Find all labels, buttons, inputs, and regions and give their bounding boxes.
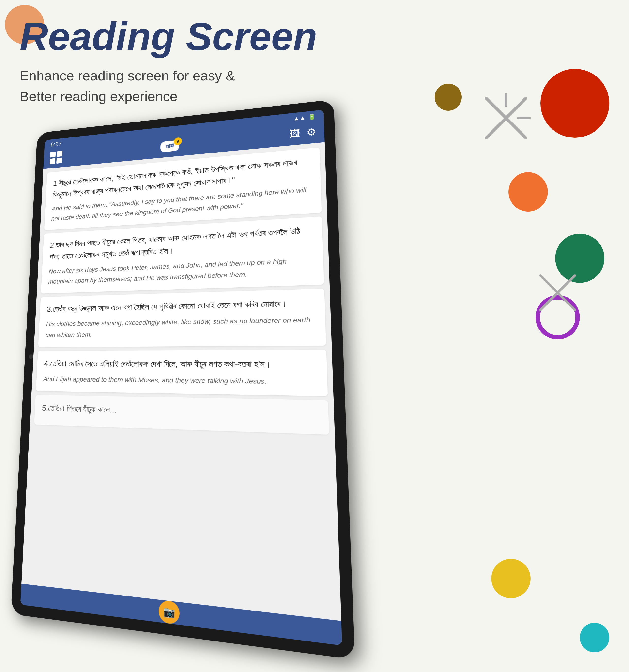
verse-3-assamese: 3.তেওঁৰ বস্ত্ৰ উজ্জ্বল আৰু এনে বগা হৈছিল… <box>47 296 316 315</box>
deco-teal <box>580 623 609 652</box>
verse-card-4: 4.তেতিয়া মোচিৰ সৈতে এলিয়াই তেওঁলোকক দে… <box>36 350 328 396</box>
app-bar-left <box>50 151 63 164</box>
deco-red <box>540 69 609 138</box>
verse-5-assamese-partial: 5.তেতিয়া পিতৰে যীচুক ক'লে... <box>42 402 319 422</box>
battery-icon: 🔋 <box>308 113 316 120</box>
settings-icon[interactable]: ⚙ <box>306 126 316 138</box>
menu-icon[interactable] <box>50 151 63 164</box>
header-section: Reading Screen Enhance reading screen fo… <box>20 15 317 107</box>
deco-brown <box>435 83 462 111</box>
deco-orange-mid <box>508 172 548 212</box>
subtitle: Enhance reading screen for easy & Better… <box>20 66 317 107</box>
deco-yellow <box>491 559 531 598</box>
image-icon[interactable]: 🖼 <box>289 128 300 140</box>
tablet-outer: 6:27 ▲▲ 🔋 মাৰ্ক 9 <box>11 99 355 660</box>
signal-icon: ▲▲ <box>293 114 306 122</box>
deco-arrow-mid-right <box>535 270 580 315</box>
fab-button[interactable]: 📷 <box>159 600 179 625</box>
verse-card-3: 3.তেওঁৰ বস্ত্ৰ উজ্জ্বল আৰু এনে বগা হৈছিল… <box>38 289 326 347</box>
verse-card-5-partial: 5.তেতিয়া পিতৰে যীচুক ক'লে... <box>34 394 329 435</box>
tablet-device: 6:27 ▲▲ 🔋 মাৰ্ক 9 <box>12 98 332 615</box>
tablet-screen: 6:27 ▲▲ 🔋 মাৰ্ক 9 <box>20 110 342 646</box>
verse-3-english: His clothes became shining, exceedingly … <box>45 314 317 341</box>
tablet-camera <box>28 355 33 359</box>
verse-4-assamese: 4.তেতিয়া মোচিৰ সৈতে এলিয়াই তেওঁলোকক দে… <box>44 357 318 371</box>
page-title: Reading Screen <box>20 15 317 58</box>
mark-badge[interactable]: মাৰ্ক 9 <box>160 140 179 152</box>
content-area: 1.যীচুৱে তেওঁলোকক ক'লে, "মই তোমালোকক সৰু… <box>21 142 341 621</box>
badge-count: 9 <box>174 137 182 145</box>
verse-4-english: And Elijah appeared to them with Moses, … <box>43 374 318 388</box>
deco-arrow-top-right <box>481 94 531 143</box>
verse-card-2: 2.তাৰ ছয় দিনৰ পাছত যীচুৱে কেৱল পিতৰ, যা… <box>41 216 324 294</box>
app-bar-right: 🖼 ⚙ <box>289 126 317 140</box>
